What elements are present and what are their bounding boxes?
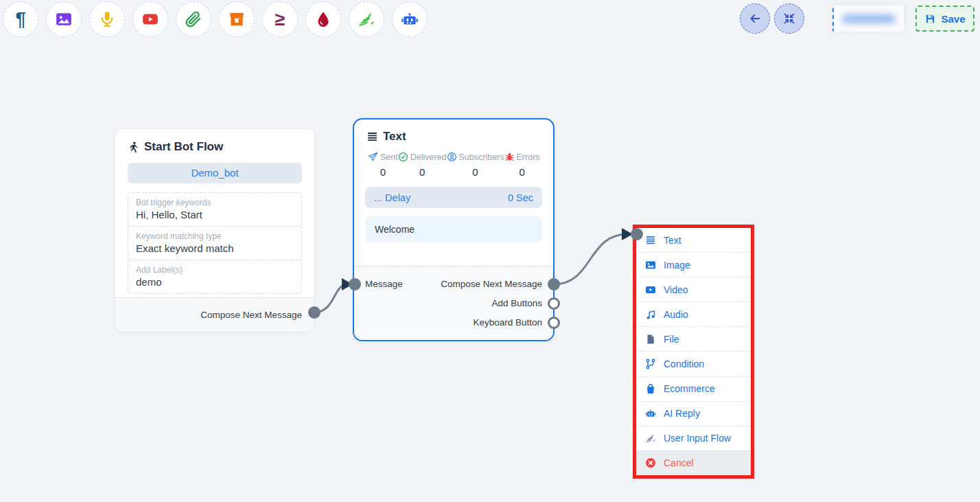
menu-item-ecommerce[interactable]: Ecommerce — [636, 376, 751, 401]
stat-errors: Errors 0 — [504, 152, 540, 178]
field-value: Hi, Hello, Start — [136, 209, 294, 220]
menu-item-label: AI Reply — [664, 408, 700, 419]
back-button[interactable] — [740, 3, 770, 34]
audio-icon — [645, 309, 656, 320]
menu-item-text[interactable]: Text — [636, 228, 751, 252]
stat-delivered: Delivered 0 — [398, 152, 447, 178]
text-node-header: Text — [366, 130, 541, 144]
video-icon — [645, 284, 656, 295]
add-buttons-socket[interactable] — [548, 297, 560, 310]
menu-item-label: Ecommerce — [664, 383, 715, 394]
droplet-icon — [314, 10, 332, 28]
paragraph-icon: ¶ — [15, 10, 25, 29]
bug-icon — [504, 152, 515, 162]
menu-item-label: User Input Flow — [664, 433, 731, 444]
compose-next-message-label: Compose Next Message — [441, 279, 542, 289]
bot-name-button[interactable]: Demo_bot — [128, 163, 302, 183]
send-icon — [368, 152, 378, 162]
add-buttons-label: Add Buttons — [491, 298, 542, 308]
text-icon — [645, 235, 656, 246]
toolbar-button-microphone[interactable] — [89, 1, 125, 37]
youtube-icon — [141, 10, 159, 28]
ai-reply-robot-icon — [645, 408, 656, 419]
text-compose-output-socket[interactable] — [548, 278, 560, 290]
edge-text-to-menu — [554, 234, 627, 284]
save-button[interactable]: Save — [915, 5, 975, 32]
signature-icon — [358, 10, 375, 28]
toolbar-button-robot[interactable] — [392, 1, 428, 37]
walking-person-icon — [128, 141, 139, 153]
condition-icon — [645, 358, 656, 369]
svg-text:PDF: PDF — [649, 341, 654, 344]
field-label: Add Label(s) — [136, 265, 294, 275]
text-node-title: Text — [383, 130, 406, 144]
field-label: Keyword matching type — [136, 231, 294, 241]
keyboard-button-socket[interactable] — [548, 317, 560, 329]
message-text-box[interactable]: Welcome — [365, 216, 542, 242]
field-label: Bot trigger keywords — [136, 198, 294, 207]
microphone-icon — [98, 10, 116, 28]
menu-item-user-input-flow[interactable]: User Input Flow — [636, 426, 751, 450]
toolbar-button-store[interactable] — [219, 1, 255, 37]
text-node-footer: Message Compose Next Message Add Buttons… — [354, 266, 553, 340]
keyboard-button-label: Keyboard Button — [473, 317, 542, 328]
menu-item-label: Video — [664, 284, 688, 295]
menu-item-label: File — [664, 334, 679, 345]
menu-item-video[interactable]: Video — [636, 277, 751, 301]
text-message-input-socket[interactable] — [349, 278, 361, 290]
field-value: demo — [136, 276, 294, 288]
stat-value: 0 — [398, 166, 447, 178]
start-bot-flow-node[interactable]: Start Bot Flow Demo_bot Bot trigger keyw… — [115, 129, 314, 332]
text-message-node[interactable]: Text Sent 0 Delivered 0 Subscribers 0 — [353, 118, 555, 341]
delay-label: ... Delay — [374, 192, 410, 203]
menu-item-ai-reply[interactable]: AI Reply — [636, 401, 751, 426]
cancel-icon — [645, 457, 656, 468]
toolbar-button-signature[interactable] — [349, 1, 384, 37]
delay-setting[interactable]: ... Delay 0 Sec — [365, 187, 542, 208]
start-node-footer: Compose Next Message — [115, 297, 314, 332]
file-icon: PDF — [645, 334, 656, 345]
field-keyword-matching-type[interactable]: Keyword matching type Exact keyword matc… — [128, 226, 301, 260]
menu-item-file[interactable]: PDF File — [636, 326, 751, 351]
toolbar-button-paperclip[interactable] — [176, 1, 211, 37]
stat-label: Errors — [517, 152, 540, 162]
save-icon — [924, 13, 936, 25]
arrow-left-icon — [747, 11, 762, 26]
ecommerce-icon — [645, 383, 656, 394]
message-text: Welcome — [375, 224, 415, 235]
paperclip-icon — [185, 10, 202, 28]
stat-subscribers: Subscribers 0 — [447, 152, 504, 178]
menu-item-label: Condition — [664, 358, 704, 369]
menu-item-cancel[interactable]: Cancel — [636, 450, 751, 475]
stat-value: 0 — [447, 166, 504, 178]
field-bot-trigger-keywords[interactable]: Bot trigger keywords Hi, Hello, Start — [128, 193, 301, 226]
message-input-label: Message — [365, 279, 403, 289]
toolbar-button-youtube[interactable] — [132, 1, 168, 37]
compress-icon — [782, 11, 797, 26]
toolbar-button-image[interactable] — [46, 1, 82, 37]
redacted-text — [842, 14, 896, 23]
menu-item-image[interactable]: Image — [636, 252, 751, 277]
toolbar-button-greater-equal[interactable]: ≥ — [262, 1, 298, 37]
start-compose-output-socket[interactable] — [308, 306, 320, 319]
redacted-flow-name-button[interactable] — [832, 5, 904, 32]
stat-sent: Sent 0 — [368, 152, 398, 178]
user-input-flow-icon — [645, 433, 656, 444]
greater-equal-icon: ≥ — [275, 10, 285, 29]
stat-value: 0 — [368, 166, 398, 178]
start-node-header: Start Bot Flow — [128, 140, 302, 154]
image-icon — [55, 10, 73, 28]
compress-button[interactable] — [774, 3, 804, 34]
toolbar-button-paragraph[interactable]: ¶ — [3, 1, 38, 37]
toolbar-button-droplet[interactable] — [305, 1, 341, 37]
menu-item-condition[interactable]: Condition — [636, 351, 751, 376]
toolbar: ¶ ≥ — [3, 1, 428, 37]
delay-value: 0 Sec — [508, 192, 533, 203]
menu-anchor-socket[interactable] — [631, 228, 643, 240]
menu-item-label: Text — [664, 235, 681, 246]
field-add-labels[interactable]: Add Label(s) demo — [128, 260, 301, 293]
hamburger-icon — [366, 131, 378, 143]
menu-item-audio[interactable]: Audio — [636, 301, 751, 326]
store-icon — [228, 10, 246, 28]
stats-row: Sent 0 Delivered 0 Subscribers 0 Errors … — [368, 152, 539, 178]
